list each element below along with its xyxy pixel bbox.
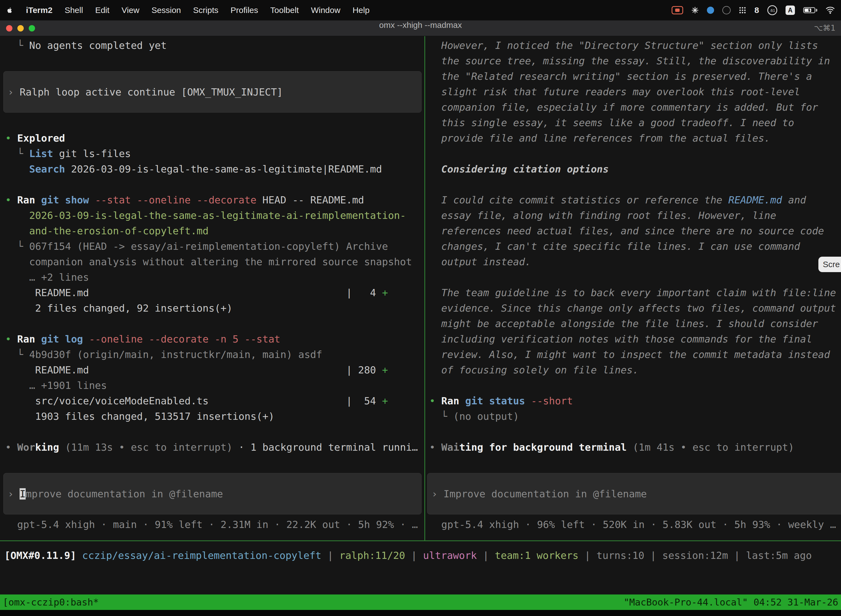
wifi-icon[interactable] <box>826 4 835 16</box>
menu-profiles[interactable]: Profiles <box>230 6 258 15</box>
terminal-line: companion analysis without altering the … <box>5 254 424 270</box>
blank-line <box>5 177 424 192</box>
terminal-line: slight risk that future readers may over… <box>429 84 841 100</box>
minimize-button[interactable] <box>18 25 24 31</box>
terminal-line: including verification notes with those … <box>429 331 841 347</box>
traffic-lights <box>6 25 35 31</box>
blank-line <box>429 177 841 192</box>
zoom-button[interactable] <box>29 25 35 31</box>
session-stats-right: gpt-5.4 xhigh · 96% left · 520K in · 5.8… <box>429 517 841 532</box>
menu-shell[interactable]: Shell <box>64 6 83 15</box>
waiting-status: • Waiting for background terminal (1m 41… <box>429 440 841 455</box>
blank-line <box>5 316 424 331</box>
inject-banner: › Ralph loop active continue [OMX_TMUX_I… <box>3 71 422 113</box>
terminal-line: … +2 lines <box>5 270 424 285</box>
window-titlebar[interactable]: omx --xhigh --madmax ⌥⌘1 <box>0 21 841 36</box>
terminal-line: • Ran git log --oneline --decorate -n 5 … <box>5 331 424 347</box>
left-agent-pane[interactable]: └ No agents completed yet› Ralph loop ac… <box>0 36 424 540</box>
terminal-line: review. Also, I might want to inspect th… <box>429 347 841 362</box>
blank-line <box>429 455 841 471</box>
grid-dots-icon[interactable] <box>739 4 746 16</box>
right-agent-pane[interactable]: However, I noticed the "Directory Struct… <box>425 36 841 540</box>
menubar-status-icons: 8 .61 A <box>672 4 835 16</box>
terminal-line: 2 files changed, 92 insertions(+) <box>5 301 424 316</box>
menu-iterm2[interactable]: iTerm2 <box>26 6 53 15</box>
terminal-line: README.md | 280 + <box>5 362 424 378</box>
terminal-window: └ No agents completed yet› Ralph loop ac… <box>0 36 841 594</box>
terminal-line: └ (no output) <box>429 409 841 424</box>
terminal-line: changes, I can't cite specific file line… <box>429 239 841 254</box>
apple-menu-icon[interactable] <box>6 6 14 14</box>
screen-bottom-strip <box>0 610 841 616</box>
terminal-line: The team guideline is to back every impo… <box>429 285 841 301</box>
terminal-line: essay file, along with finding root file… <box>429 208 841 223</box>
blank-line <box>429 424 841 440</box>
macos-menubar: iTerm2ShellEditViewSessionScriptsProfile… <box>0 0 841 21</box>
tmux-status-bar: [omx-cczip0:bash* "MacBook-Pro-44.local"… <box>0 594 841 610</box>
terminal-line: README.md | 4 + <box>5 285 424 301</box>
terminal-line: Search 2026-03-09-is-legal-the-same-as-l… <box>5 161 424 177</box>
blue-app-icon[interactable] <box>707 7 714 14</box>
terminal-line: └ List git ls-files <box>5 146 424 161</box>
blank-line <box>5 53 424 69</box>
input-source-icon[interactable]: A <box>785 6 795 15</box>
terminal-line: output instead. <box>429 254 841 270</box>
terminal-line: this single essay, it seems like a good … <box>429 115 841 131</box>
terminal-line: • Explored <box>5 131 424 146</box>
blank-line <box>429 146 841 161</box>
tmux-host-clock: "MacBook-Pro-44.local" 04:52 31-Mar-26 <box>624 597 838 608</box>
terminal-line: src/voice/voiceModeEnabled.ts | 54 + <box>5 393 424 409</box>
window-title: omx --xhigh --madmax <box>0 21 841 30</box>
terminal-line: the source tree, missing the essay. Stil… <box>429 53 841 69</box>
terminal-line: references need actual files, and since … <box>429 223 841 239</box>
terminal-line: └ No agents completed yet <box>5 38 424 53</box>
terminal-line: of focusing solely on file lines. <box>429 362 841 378</box>
terminal-line: • Ran git status --short <box>429 393 841 409</box>
terminal-line: I could cite commit statistics or refere… <box>429 192 841 208</box>
tmux-session-label: [omx-cczip0:bash* <box>3 597 99 608</box>
terminal-line: might be acceptable alongside the file l… <box>429 316 841 331</box>
pane-divider-vertical[interactable] <box>424 36 425 540</box>
menu-window[interactable]: Window <box>311 6 340 15</box>
terminal-line: └ 067f154 (HEAD -> essay/ai-reimplementa… <box>5 239 424 254</box>
terminal-line: 1903 files changed, 513517 insertions(+) <box>5 409 424 424</box>
prompt-input-right[interactable]: › Improve documentation in @filename <box>427 473 841 515</box>
gauge-icon[interactable]: .61 <box>767 5 777 15</box>
session-stats-left: gpt-5.4 xhigh · main · 91% left · 2.31M … <box>5 517 424 532</box>
terminal-line: … +1901 lines <box>5 378 424 393</box>
working-status: • Working (11m 13s • esc to interrupt) ·… <box>5 440 424 455</box>
omx-status-bar: [OMX#0.11.9] cczip/essay/ai-reimplementa… <box>4 548 812 563</box>
terminal-line: • Ran git show --stat --oneline --decora… <box>5 192 424 208</box>
terminal-line: └ 4b9d30f (origin/main, instructkr/main,… <box>5 347 424 362</box>
menu-scripts[interactable]: Scripts <box>193 6 218 15</box>
blank-line <box>429 378 841 393</box>
password-manager-icon[interactable]: 8 <box>755 4 759 16</box>
menu-item-list: iTerm2ShellEditViewSessionScriptsProfile… <box>26 6 369 15</box>
terminal-line: evidence. Since this change only affects… <box>429 301 841 316</box>
menu-view[interactable]: View <box>122 6 139 15</box>
terminal-line: companion file, especially if more comme… <box>429 100 841 115</box>
menu-session[interactable]: Session <box>151 6 181 15</box>
close-button[interactable] <box>6 25 12 31</box>
asterisk-icon[interactable] <box>692 4 699 16</box>
menubar-menus: iTerm2ShellEditViewSessionScriptsProfile… <box>6 6 369 15</box>
window-shortcut-hint: ⌥⌘1 <box>814 21 835 36</box>
terminal-line: 2026-03-09-is-legal-the-same-as-legitima… <box>5 208 424 223</box>
blank-line <box>429 270 841 285</box>
prompt-input-left[interactable]: › Improve documentation in @filename <box>3 473 422 515</box>
blank-line <box>5 424 424 440</box>
menu-help[interactable]: Help <box>353 6 370 15</box>
terminal-line: provide file and line references from th… <box>429 131 841 146</box>
pane-divider-horizontal <box>0 540 841 541</box>
battery-icon[interactable] <box>803 4 817 16</box>
dark-app-icon[interactable] <box>722 6 731 14</box>
terminal-line: However, I noticed the "Directory Struct… <box>429 38 841 53</box>
screen-share-overlay-tab[interactable]: Scre <box>818 257 841 272</box>
blank-line <box>5 455 424 471</box>
menu-edit[interactable]: Edit <box>95 6 110 15</box>
blank-line <box>5 115 424 131</box>
menu-toolbelt[interactable]: Toolbelt <box>270 6 299 15</box>
screen-recording-icon[interactable] <box>672 6 683 14</box>
terminal-line: the "Related research writing" section i… <box>429 69 841 84</box>
terminal-line: and-the-erosion-of-copyleft.md <box>5 223 424 239</box>
